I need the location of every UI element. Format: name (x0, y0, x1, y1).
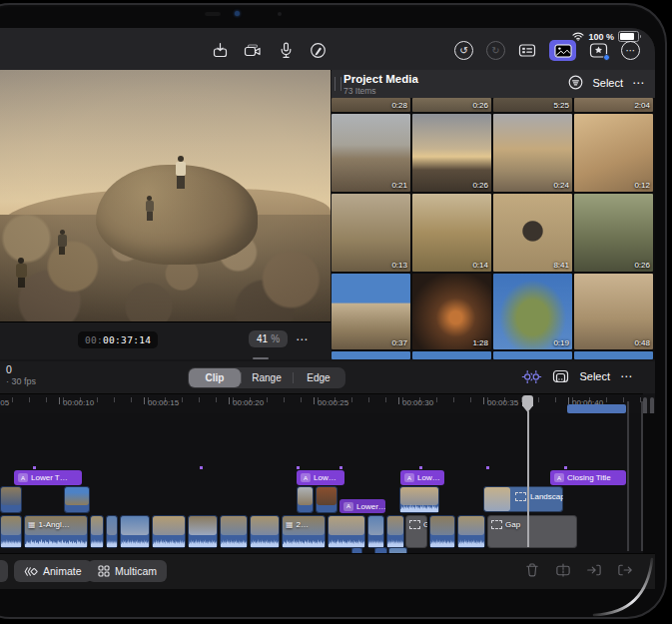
inspector-icon[interactable] (518, 42, 536, 59)
ipad-sensor (205, 12, 221, 16)
pane-grip-icon[interactable] (335, 77, 341, 91)
media-thumbnail[interactable]: 5:25 (493, 98, 572, 112)
clip-duration: 5:25 (553, 101, 569, 110)
connected-clip[interactable] (64, 486, 90, 513)
storyline-clip[interactable]: ▦2… (282, 515, 326, 548)
timecode-display[interactable]: 00:00:37:14 (78, 331, 158, 348)
overwrite-clip-icon[interactable] (617, 562, 633, 578)
titles-effects-icon[interactable] (589, 42, 608, 59)
clip-duration: 0:13 (391, 261, 407, 270)
title-clip[interactable]: ALow… (297, 470, 344, 485)
connected-clip[interactable] (316, 486, 337, 513)
video-preview[interactable] (0, 70, 331, 322)
filter-icon[interactable] (568, 75, 583, 90)
ruler-label: 00:00:35 (487, 398, 518, 407)
microphone-icon[interactable] (278, 42, 295, 59)
title-clip[interactable]: AClosing Title (550, 470, 626, 485)
viewer-zoom-control[interactable]: 41% (249, 330, 288, 347)
media-thumbnail[interactable] (493, 351, 572, 359)
clip-thumbnail (121, 516, 149, 535)
connected-clip[interactable] (399, 486, 439, 513)
storyline-clip[interactable] (0, 515, 22, 548)
storyline-clip[interactable] (220, 515, 248, 548)
media-thumbnail[interactable] (574, 351, 653, 359)
split-clip-icon[interactable] (555, 562, 571, 578)
title-clip[interactable]: ALower… (339, 499, 385, 513)
video-camera-icon[interactable] (244, 42, 263, 59)
viewer-more-button[interactable]: ⋯ (296, 332, 309, 346)
storyline-clip[interactable] (188, 515, 218, 548)
storyline-clip[interactable]: ▦1-Angl… (24, 515, 88, 548)
project-framerate: · 30 fps (6, 376, 36, 386)
edit-mode-range[interactable]: Range (241, 368, 293, 387)
clip-duration: 0:26 (472, 181, 488, 190)
connected-clip[interactable] (0, 486, 22, 513)
clip-duration: 0:26 (472, 101, 488, 110)
media-thumbnail[interactable]: 0:26 (412, 114, 491, 192)
media-browser-icon[interactable] (549, 40, 576, 61)
timeline-more-button[interactable]: ⋯ (620, 369, 633, 383)
media-thumbnail[interactable]: 0:24 (493, 114, 572, 192)
timeline-select-button[interactable]: Select (579, 370, 610, 382)
media-thumbnail[interactable]: 0:13 (332, 194, 410, 272)
media-thumbnail[interactable]: 0:12 (574, 114, 653, 192)
storyline-clip[interactable] (152, 515, 186, 548)
redo-icon[interactable]: ↻ (486, 41, 505, 60)
timeline-scrollbar[interactable] (627, 401, 643, 551)
storyline-clip[interactable] (457, 515, 485, 548)
media-thumbnail[interactable]: 0:19 (493, 274, 572, 349)
media-thumbnail[interactable]: 0:48 (574, 274, 653, 349)
connected-clip[interactable] (567, 404, 626, 413)
cropped-button[interactable] (0, 560, 8, 582)
title-clip[interactable]: ALow… (400, 470, 444, 485)
edit-mode-clip[interactable]: Clip (189, 368, 241, 387)
storyline-clip[interactable] (429, 515, 455, 548)
media-thumbnail[interactable]: 1:28 (412, 274, 491, 349)
timeline-ruler[interactable]: 00:00:0500:00:1000:00:1500:00:2000:00:25… (0, 393, 643, 414)
gap-clip[interactable]: Gap (487, 515, 577, 548)
media-thumbnail[interactable]: 0:37 (332, 274, 410, 349)
connected-clip[interactable] (297, 486, 314, 513)
more-icon[interactable]: ⋯ (621, 41, 640, 60)
browser-more-button[interactable]: ⋯ (632, 76, 645, 90)
trash-icon[interactable] (524, 562, 540, 578)
storyline-clip[interactable] (106, 515, 118, 548)
notification-dot (603, 54, 610, 61)
clip-duration: 0:14 (472, 261, 488, 270)
connection-point (564, 466, 567, 469)
media-thumbnail[interactable] (412, 351, 491, 359)
undo-icon[interactable]: ↺ (454, 41, 473, 60)
media-thumbnail[interactable]: 0:21 (332, 114, 410, 192)
ruler-label: 00:00:20 (233, 398, 264, 407)
storyline-clip[interactable] (328, 515, 365, 548)
import-icon[interactable] (212, 42, 229, 59)
storyline-clip[interactable] (386, 515, 404, 548)
media-thumbnail[interactable]: 2:04 (574, 98, 653, 112)
gap-clip[interactable]: G… (405, 515, 427, 548)
magnetic-timeline-icon[interactable] (521, 369, 542, 384)
storyline-clip[interactable] (367, 515, 384, 548)
multicam-grid-icon (98, 565, 110, 577)
ipad-sensor-dot (278, 12, 282, 16)
media-thumbnail[interactable]: 0:26 (574, 194, 653, 272)
animate-button[interactable]: Animate (14, 560, 92, 582)
title-icon: A (343, 502, 353, 511)
storyline-clip[interactable] (90, 515, 104, 548)
media-thumbnail[interactable]: 0:26 (412, 98, 491, 112)
media-thumbnail[interactable]: 0:14 (412, 194, 491, 272)
title-clip[interactable]: ALower T… (14, 470, 82, 485)
browser-header: Project Media 73 Items Select ⋯ (332, 70, 655, 98)
clip-duration: 1:28 (472, 338, 488, 347)
storyline-clip[interactable] (120, 515, 150, 548)
insert-clip-icon[interactable] (586, 562, 602, 578)
storyline-clip[interactable] (250, 515, 280, 548)
browser-select-button[interactable]: Select (592, 77, 623, 89)
media-thumbnail[interactable] (332, 351, 410, 359)
media-thumbnail[interactable]: 8:41 (493, 194, 572, 272)
multicam-button[interactable]: Multicam (88, 560, 167, 582)
edit-mode-edge[interactable]: Edge (293, 368, 344, 387)
apple-pencil-icon[interactable] (310, 42, 327, 59)
connected-clip[interactable]: Landscap… (483, 486, 563, 512)
media-thumbnail[interactable]: 0:28 (332, 98, 410, 112)
clip-overlay-icon[interactable] (552, 368, 569, 384)
